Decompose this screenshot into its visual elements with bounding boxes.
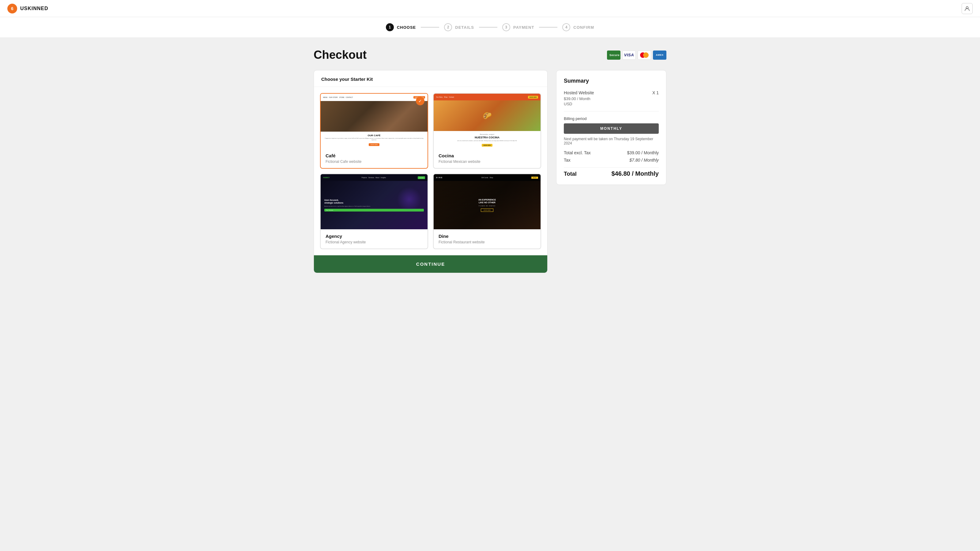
step-label-details: DETAILS	[455, 25, 474, 30]
step-circle-4: 4	[562, 23, 570, 31]
step-circle-3: 3	[502, 23, 510, 31]
billing-period-label: Billing period	[564, 116, 659, 121]
step-label-choose: CHOOSE	[397, 25, 416, 30]
product-price: $39.00 / Month	[564, 97, 659, 101]
logo-text: USKINNED	[20, 6, 48, 11]
agency-hero: User-focused,strategic solutions Aenean …	[321, 181, 428, 229]
cafe-info: Café Fictional Cafe website	[321, 149, 428, 168]
cocina-preview: Our Story Shop Contact BOOK NOW 🌮 Bienve…	[434, 94, 541, 149]
main-content: Checkout Secure VISA AMEX Choo	[306, 37, 674, 284]
product-qty: X 1	[652, 90, 659, 95]
cafe-hero	[321, 101, 428, 132]
tax-label: Tax	[564, 158, 571, 162]
cocina-name: Cocina	[439, 153, 536, 158]
logo-icon: 6	[7, 4, 17, 13]
step-divider-1	[421, 27, 439, 27]
template-card-cocina[interactable]: Our Story Shop Contact BOOK NOW 🌮 Bienve…	[433, 93, 541, 169]
step-divider-2	[479, 27, 497, 27]
header: 6 USKINNED	[0, 0, 980, 17]
product-label: Hosted Website	[564, 90, 594, 95]
amex-badge: AMEX	[653, 51, 667, 60]
selected-check-icon: ✓	[416, 97, 425, 105]
right-panel: Summary Hosted Website X 1 $39.00 / Mont…	[556, 70, 667, 185]
checkout-header: Checkout Secure VISA AMEX	[313, 48, 667, 62]
cafe-name: Café	[326, 153, 423, 158]
cocina-content: Bienvenidos, amigos! NUESTRA COCINA Let'…	[434, 131, 541, 149]
dine-preview: DINE Gift Cards Shop BOOK AN EXPERIENCEL…	[434, 174, 541, 229]
tax-value: $7.80 / Monthly	[629, 158, 659, 162]
next-payment-text: Next payment will be taken on Thursday 1…	[564, 137, 659, 145]
user-account-button[interactable]	[962, 3, 973, 14]
cafe-preview: MENU OUR STORY STORE CONTACT GIFT CARDS …	[321, 94, 428, 149]
billing-monthly-button[interactable]: MONTHLY	[564, 123, 659, 134]
starter-kit-header: Choose your Starter Kit	[314, 70, 547, 87]
product-currency: USD	[564, 102, 659, 106]
cafe-nav: MENU OUR STORY STORE CONTACT GIFT CARDS	[321, 94, 428, 101]
dine-name: Dine	[439, 233, 536, 239]
agency-info: Agency Fictional Agency website	[321, 229, 428, 249]
steps-bar: 1 CHOOSE 2 DETAILS 3 PAYMENT 4 CONFIRM	[0, 17, 980, 37]
step-label-payment: PAYMENT	[513, 25, 534, 30]
step-payment: 3 PAYMENT	[502, 23, 534, 31]
payment-badges: Secure VISA AMEX	[607, 51, 667, 60]
summary-card: Summary Hosted Website X 1 $39.00 / Mont…	[556, 70, 667, 185]
cafe-content: OUR CAFÉ Cappuccino espresso to go insta…	[321, 132, 428, 149]
step-divider-3	[539, 27, 557, 27]
total-label: Total	[564, 171, 577, 177]
total-row: Total $46.80 / Monthly	[564, 167, 659, 177]
cocina-hero: 🌮	[434, 100, 541, 131]
step-label-confirm: CONFIRM	[573, 25, 594, 30]
step-circle-2: 2	[444, 23, 452, 31]
template-card-dine[interactable]: DINE Gift Cards Shop BOOK AN EXPERIENCEL…	[433, 173, 541, 249]
page-title: Checkout	[313, 48, 367, 62]
agency-desc: Fictional Agency website	[326, 240, 423, 244]
cocina-desc: Fictional Mexican website	[439, 159, 536, 164]
step-circle-1: 1	[386, 23, 394, 31]
starter-kit-card: Choose your Starter Kit MENU OUR STORY S…	[313, 70, 547, 273]
template-card-cafe[interactable]: MENU OUR STORY STORE CONTACT GIFT CARDS …	[320, 93, 428, 169]
secure-badge: Secure	[607, 51, 620, 60]
templates-grid: MENU OUR STORY STORE CONTACT GIFT CARDS …	[314, 87, 547, 255]
step-confirm: 4 CONFIRM	[562, 23, 594, 31]
agency-preview: AGENCY Projects Services About Insights …	[321, 174, 428, 229]
dine-nav: DINE Gift Cards Shop BOOK	[434, 174, 541, 181]
total-excl-value: $39.00 / Monthly	[627, 150, 659, 155]
dine-desc: Fictional Restaurant website	[439, 240, 536, 244]
step-details: 2 DETAILS	[444, 23, 474, 31]
mastercard-badge	[638, 51, 651, 60]
total-excl-row: Total excl. Tax $39.00 / Monthly	[564, 150, 659, 155]
dine-hero: AN EXPERIENCELIKE NO OTHER PLEASE BE SEA…	[434, 181, 541, 229]
cafe-desc: Fictional Cafe website	[326, 159, 423, 164]
product-row: Hosted Website X 1	[564, 90, 659, 95]
dine-info: Dine Fictional Restaurant website	[434, 229, 541, 249]
content-layout: Choose your Starter Kit MENU OUR STORY S…	[313, 70, 667, 273]
agency-name: Agency	[326, 233, 423, 239]
template-card-agency[interactable]: AGENCY Projects Services About Insights …	[320, 173, 428, 249]
total-value: $46.80 / Monthly	[612, 170, 659, 177]
step-choose: 1 CHOOSE	[386, 23, 416, 31]
visa-badge: VISA	[622, 51, 636, 60]
divider-1	[564, 111, 659, 111]
left-panel: Choose your Starter Kit MENU OUR STORY S…	[313, 70, 547, 273]
continue-button[interactable]: CONTINUE	[314, 255, 547, 273]
cocina-info: Cocina Fictional Mexican website	[434, 149, 541, 168]
tax-row: Tax $7.80 / Monthly	[564, 158, 659, 162]
agency-nav: AGENCY Projects Services About Insights …	[321, 174, 428, 181]
total-excl-label: Total excl. Tax	[564, 150, 591, 155]
cocina-nav: Our Story Shop Contact BOOK NOW	[434, 94, 541, 100]
logo: 6 USKINNED	[7, 4, 48, 13]
summary-title: Summary	[564, 78, 659, 84]
